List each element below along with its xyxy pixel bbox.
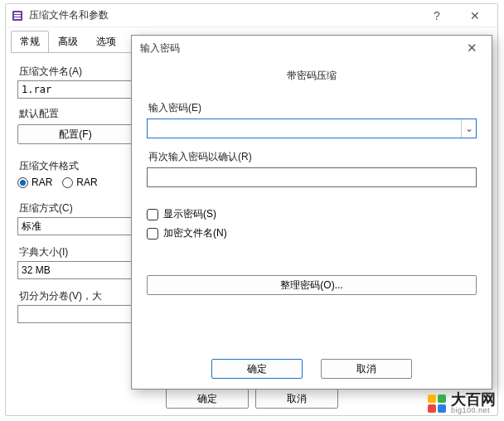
encrypt-names-checkbox[interactable]: 加密文件名(N) xyxy=(147,226,477,240)
archive-name-input[interactable] xyxy=(17,80,133,99)
show-password-checkbox[interactable]: 显示密码(S) xyxy=(147,207,477,221)
format-rar-radio[interactable]: RAR xyxy=(17,177,52,188)
svg-rect-1 xyxy=(14,12,21,14)
main-ok-button[interactable]: 确定 xyxy=(166,389,249,409)
modal-body: 输入密码(E) ⌄ 再次输入密码以确认(R) 显示密码(S) 加密文件名(N) … xyxy=(132,101,492,295)
password-dialog: 输入密码 ✕ 带密码压缩 输入密码(E) ⌄ 再次输入密码以确认(R) 显示密码… xyxy=(131,35,492,390)
show-password-label: 显示密码(S) xyxy=(163,207,216,221)
format-rar5-radio[interactable]: RAR xyxy=(62,177,97,188)
main-titlebar: 压缩文件名和参数 ? ✕ xyxy=(6,4,497,27)
main-title: 压缩文件名和参数 xyxy=(29,8,418,22)
radio-icon xyxy=(17,177,28,188)
app-icon xyxy=(11,9,24,22)
dict-select[interactable]: 32 MB xyxy=(17,261,133,279)
tab-advanced[interactable]: 高级 xyxy=(49,31,87,52)
watermark-big: 大百网 xyxy=(451,392,496,407)
dict-value: 32 MB xyxy=(22,264,51,276)
main-cancel-button[interactable]: 取消 xyxy=(255,389,338,409)
watermark: 大百网 big100.net xyxy=(428,392,496,414)
format-rar-label: RAR xyxy=(32,177,52,188)
method-value: 标准 xyxy=(22,220,41,234)
radio-icon xyxy=(62,177,73,188)
profiles-button[interactable]: 配置(F) xyxy=(17,124,133,144)
encrypt-names-label: 加密文件名(N) xyxy=(163,226,227,240)
watermark-logo-icon xyxy=(428,394,446,413)
chevron-down-icon[interactable]: ⌄ xyxy=(461,119,476,138)
split-select[interactable] xyxy=(17,305,133,323)
main-bottom-buttons: 确定 取消 xyxy=(6,389,497,409)
help-button[interactable]: ? xyxy=(418,4,456,27)
watermark-text: 大百网 big100.net xyxy=(451,392,496,414)
reenter-pwd-label: 再次输入密码以确认(R) xyxy=(148,150,477,164)
format-rar5-label: RAR xyxy=(76,177,97,188)
watermark-small: big100.net xyxy=(451,407,496,414)
modal-title: 输入密码 xyxy=(140,41,457,56)
checkbox-icon xyxy=(147,209,158,220)
password-input[interactable]: ⌄ xyxy=(147,119,477,138)
modal-close-button[interactable]: ✕ xyxy=(457,36,487,60)
modal-header: 带密码压缩 xyxy=(132,60,492,98)
checkbox-icon xyxy=(147,228,158,240)
organize-passwords-button[interactable]: 整理密码(O)... xyxy=(147,275,477,295)
modal-cancel-button[interactable]: 取消 xyxy=(321,359,412,379)
close-button[interactable]: ✕ xyxy=(456,4,494,27)
password-confirm-input[interactable] xyxy=(147,167,477,187)
svg-rect-3 xyxy=(14,17,21,19)
modal-buttons: 确定 取消 xyxy=(132,359,492,379)
tab-options[interactable]: 选项 xyxy=(87,31,125,52)
modal-ok-button[interactable]: 确定 xyxy=(211,359,303,379)
tab-general[interactable]: 常规 xyxy=(11,31,49,52)
enter-pwd-label: 输入密码(E) xyxy=(148,101,477,115)
svg-rect-2 xyxy=(14,15,21,17)
modal-titlebar: 输入密码 ✕ xyxy=(132,36,492,60)
method-select[interactable]: 标准 xyxy=(17,217,133,235)
